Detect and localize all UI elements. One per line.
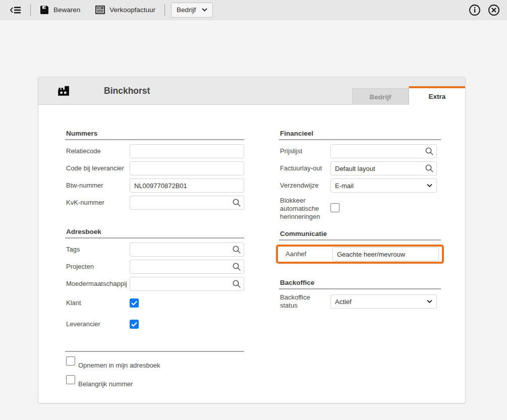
kvk-nummer-input[interactable] — [130, 196, 244, 210]
field-label: Backoffice status — [279, 293, 330, 310]
field-label: Projecten — [65, 263, 130, 271]
moedermaatschappij-input[interactable] — [130, 277, 244, 291]
field-label: Tags — [65, 246, 130, 254]
section-title-backoffice: Backoffice — [279, 279, 441, 286]
section-rule — [65, 139, 244, 140]
field-label: KvK-nummer — [65, 199, 130, 207]
sales-invoice-button[interactable]: Verkoopfactuur — [92, 4, 158, 16]
field-row-belangrijk-nummer: Belangrijk nummer — [65, 374, 244, 393]
backoffice-status-value: Actief — [335, 298, 352, 306]
verzendwijze-select[interactable]: E-mail — [330, 178, 437, 193]
field-row-leverancier: Leverancier — [65, 315, 244, 333]
relatiecode-input[interactable] — [130, 144, 244, 158]
chevron-down-icon — [427, 299, 432, 304]
page-background: Binckhorst Bedrijf Extra Nummers Relatie… — [0, 20, 507, 420]
field-label: Opnemen in mijn adresboek — [77, 362, 163, 370]
section-title-nummers: Nummers — [65, 130, 244, 137]
field-label: Btw-nummer — [65, 182, 130, 190]
field-label: Factuurlay-out — [279, 164, 330, 172]
field-row-aanhef: Aanhef — [281, 247, 441, 261]
field-label: Aanhef — [281, 250, 332, 258]
prijslijst-input[interactable] — [330, 144, 437, 158]
opnemen-adresboek-checkbox[interactable] — [66, 356, 75, 366]
card-header: Binckhorst Bedrijf Extra — [38, 77, 465, 105]
belangrijk-nummer-checkbox[interactable] — [66, 375, 75, 384]
invoice-document-icon — [95, 6, 105, 14]
company-detail-card: Binckhorst Bedrijf Extra Nummers Relatie… — [38, 77, 466, 403]
field-row-blokkeer-herinneringen: Blokkeer automatische herinneringen — [279, 196, 441, 222]
projecten-input[interactable] — [130, 260, 244, 274]
field-label: Moedermaatschappij — [65, 280, 130, 288]
klant-checkbox[interactable] — [130, 298, 139, 308]
left-column: Nummers Relatiecode Code bij leverancier… — [65, 130, 244, 393]
field-label: Klant — [65, 299, 130, 307]
field-row-klant: Klant — [65, 294, 244, 312]
tab-extra[interactable]: Extra — [409, 86, 465, 105]
tab-bedrijf[interactable]: Bedrijf — [352, 88, 409, 105]
section-title-adresboek: Adresboek — [65, 228, 244, 235]
field-row-projecten: Projecten — [65, 260, 244, 274]
chevron-down-icon — [202, 8, 207, 12]
tab-extra-label: Extra — [429, 93, 446, 100]
field-row-prijslijst: Prijslijst — [279, 144, 441, 158]
field-label: Relatiecode — [65, 147, 130, 155]
field-label: Verzendwijze — [279, 182, 330, 190]
field-row-relatiecode: Relatiecode — [65, 144, 244, 158]
btw-nummer-input[interactable] — [130, 178, 244, 193]
tab-bar: Bedrijf Extra — [352, 88, 465, 105]
field-row-kvk-nummer: KvK-nummer — [65, 196, 244, 210]
check-icon — [131, 322, 137, 327]
field-row-btw-nummer: Btw-nummer — [65, 178, 244, 193]
field-label: Code bij leverancier — [65, 164, 130, 172]
field-row-verzendwijze: Verzendwijze E-mail — [279, 178, 441, 193]
field-label: Belangrijk nummer — [77, 380, 136, 388]
field-label: Prijslijst — [279, 147, 330, 155]
floppy-disk-icon — [40, 6, 49, 15]
check-icon — [131, 301, 137, 306]
section-rule — [279, 288, 441, 289]
toolbar-divider — [164, 4, 165, 16]
field-row-factuurlayout: Factuurlay-out — [279, 161, 441, 175]
collapse-menu-icon — [10, 6, 21, 15]
tab-bedrijf-label: Bedrijf — [370, 93, 391, 101]
section-rule — [279, 239, 441, 241]
field-row-code-bij-leverancier: Code bij leverancier — [65, 161, 244, 175]
toolbar-divider — [30, 4, 31, 16]
chevron-down-icon — [427, 184, 432, 188]
top-toolbar: Bewaren Verkoopfactuur Bedrijf — [0, 0, 507, 20]
code-bij-leverancier-input[interactable] — [130, 161, 244, 175]
field-row-backoffice-status: Backoffice status Actief — [279, 293, 441, 310]
save-button[interactable]: Bewaren — [37, 4, 83, 17]
sales-invoice-label: Verkoopfactuur — [109, 6, 155, 14]
section-title-financieel: Financieel — [279, 130, 441, 137]
section-rule — [65, 237, 244, 238]
tags-input[interactable] — [130, 243, 244, 257]
field-row-tags: Tags — [65, 243, 244, 257]
aanhef-input[interactable] — [332, 247, 439, 261]
verzendwijze-value: E-mail — [335, 182, 354, 190]
field-row-opnemen-adresboek: Opnemen in mijn adresboek — [65, 355, 244, 374]
blokkeer-herinneringen-checkbox[interactable] — [330, 203, 340, 212]
factory-icon — [57, 84, 70, 97]
save-label: Bewaren — [53, 6, 80, 14]
close-icon[interactable] — [488, 4, 500, 16]
entity-type-value: Bedrijf — [177, 6, 196, 14]
entity-type-dropdown[interactable]: Bedrijf — [171, 3, 213, 18]
field-label: Leverancier — [65, 320, 130, 328]
section-title-communicatie: Communicatie — [279, 230, 441, 237]
field-row-moedermaatschappij: Moedermaatschappij — [65, 277, 244, 291]
info-icon[interactable] — [469, 4, 481, 16]
section-rule — [279, 139, 441, 140]
leverancier-checkbox[interactable] — [130, 320, 139, 329]
right-column: Financieel Prijslijst Factuurlay-out — [279, 130, 441, 313]
section-divider — [65, 351, 244, 352]
page-title: Binckhorst — [104, 86, 150, 96]
collapse-menu-button[interactable] — [7, 4, 24, 17]
backoffice-status-select[interactable]: Actief — [330, 294, 437, 309]
field-label: Blokkeer automatische herinneringen — [279, 197, 330, 221]
factuurlayout-input[interactable] — [330, 161, 437, 175]
annotation-highlight-box: Aanhef — [276, 245, 444, 264]
